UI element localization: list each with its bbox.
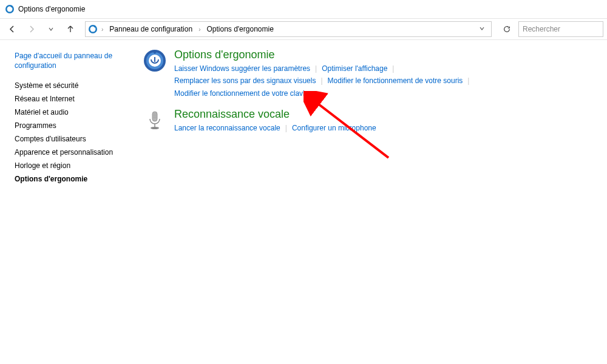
category-title-ease[interactable]: Options d'ergonomie	[174, 49, 595, 61]
ease-of-access-icon	[143, 49, 167, 73]
breadcrumb[interactable]: › Panneau de configuration › Options d'e…	[85, 21, 492, 37]
link-windows-suggest[interactable]: Laisser Windows suggérer les paramètres	[174, 62, 310, 75]
link-start-speech[interactable]: Lancer la reconnaissance vocale	[174, 122, 280, 134]
sidebar-item-appearance[interactable]: Apparence et personnalisation	[15, 146, 124, 159]
link-separator: |	[463, 75, 474, 87]
breadcrumb-current[interactable]: Options d'ergonomie	[204, 24, 276, 35]
link-change-keyboard[interactable]: Modifier le fonctionnement de votre clav…	[174, 87, 311, 99]
chevron-down-icon[interactable]	[475, 25, 489, 33]
breadcrumb-root[interactable]: Panneau de configuration	[107, 24, 195, 35]
svg-rect-10	[152, 112, 157, 121]
navbar: › Panneau de configuration › Options d'e…	[0, 18, 607, 40]
sidebar-item-accounts[interactable]: Comptes d'utilisateurs	[15, 132, 124, 146]
search-input[interactable]: Rechercher	[518, 21, 603, 37]
sidebar-item-ease-of-access[interactable]: Options d'ergonomie	[15, 172, 124, 186]
back-button[interactable]	[4, 21, 21, 38]
app-icon	[5, 4, 15, 14]
link-optimize-display[interactable]: Optimiser l'affichage	[322, 62, 387, 75]
link-separator: |	[316, 75, 327, 87]
category-speech: Reconnaissance vocale Lancer la reconnai…	[143, 108, 595, 134]
titlebar: Options d'ergonomie	[0, 0, 607, 18]
link-configure-mic[interactable]: Configurer un microphone	[292, 122, 376, 134]
link-replace-sounds[interactable]: Remplacer les sons par des signaux visue…	[174, 75, 316, 87]
sidebar-item-network[interactable]: Réseau et Internet	[15, 92, 124, 106]
window-title: Options d'ergonomie	[18, 5, 85, 13]
category-title-speech[interactable]: Reconnaissance vocale	[174, 108, 595, 121]
search-placeholder: Rechercher	[523, 25, 560, 33]
category-ease-of-access: Options d'ergonomie Laisser Windows sugg…	[143, 49, 595, 99]
main-panel: Options d'ergonomie Laisser Windows sugg…	[131, 40, 607, 364]
sidebar-item-programs[interactable]: Programmes	[15, 119, 124, 132]
link-separator: |	[387, 62, 399, 75]
sidebar-item-clock[interactable]: Horloge et région	[15, 159, 124, 172]
forward-button[interactable]	[23, 21, 40, 38]
sidebar-item-system[interactable]: Système et sécurité	[15, 79, 124, 92]
recent-locations-button[interactable]	[42, 21, 59, 38]
link-separator: |	[280, 122, 292, 134]
sidebar-item-hardware[interactable]: Matériel et audio	[15, 106, 124, 119]
sidebar: Page d'accueil du panneau de configurati…	[0, 40, 131, 364]
refresh-button[interactable]	[498, 21, 516, 37]
link-separator: |	[310, 62, 322, 75]
link-change-mouse[interactable]: Modifier le fonctionnement de votre sour…	[328, 75, 463, 87]
svg-point-15	[151, 127, 159, 129]
breadcrumb-icon	[88, 24, 98, 34]
up-button[interactable]	[62, 21, 79, 38]
content: Page d'accueil du panneau de configurati…	[0, 40, 607, 364]
chevron-right-icon[interactable]: ›	[196, 26, 203, 33]
sidebar-home-link[interactable]: Page d'accueil du panneau de configurati…	[15, 51, 124, 70]
microphone-icon	[143, 108, 167, 132]
chevron-right-icon[interactable]: ›	[99, 26, 106, 33]
